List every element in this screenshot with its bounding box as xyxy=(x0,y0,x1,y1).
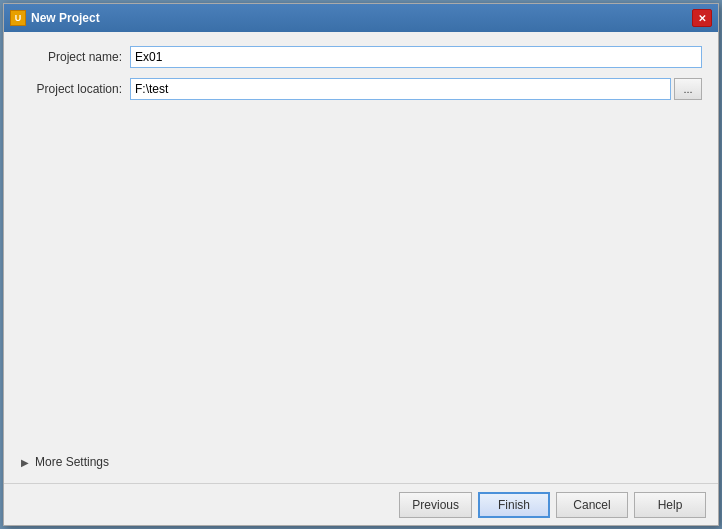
new-project-dialog: U New Project ✕ Project name: Project lo… xyxy=(3,3,719,526)
dialog-title: New Project xyxy=(31,11,692,25)
body-spacer xyxy=(20,110,702,449)
project-name-label: Project name: xyxy=(20,50,130,64)
more-settings-label: More Settings xyxy=(35,455,109,469)
more-settings-section[interactable]: ▶ More Settings xyxy=(20,449,702,475)
dialog-body: Project name: Project location: ... ▶ Mo… xyxy=(4,32,718,483)
project-name-row: Project name: xyxy=(20,46,702,68)
project-location-input[interactable] xyxy=(130,78,671,100)
close-button[interactable]: ✕ xyxy=(692,9,712,27)
app-icon: U xyxy=(10,10,26,26)
more-settings-arrow-icon: ▶ xyxy=(20,457,30,467)
project-location-row: Project location: ... xyxy=(20,78,702,100)
title-bar: U New Project ✕ xyxy=(4,4,718,32)
help-button[interactable]: Help xyxy=(634,492,706,518)
browse-button[interactable]: ... xyxy=(674,78,702,100)
project-location-label: Project location: xyxy=(20,82,130,96)
project-name-input[interactable] xyxy=(130,46,702,68)
dialog-footer: Previous Finish Cancel Help xyxy=(4,483,718,525)
previous-button[interactable]: Previous xyxy=(399,492,472,518)
title-buttons: ✕ xyxy=(692,9,712,27)
finish-button[interactable]: Finish xyxy=(478,492,550,518)
cancel-button[interactable]: Cancel xyxy=(556,492,628,518)
